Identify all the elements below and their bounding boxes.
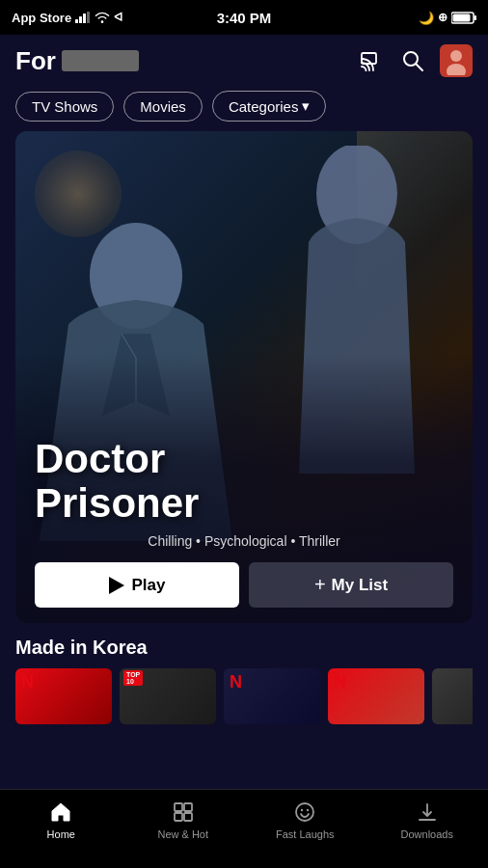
status-bar: App Store ᐊ 3:40 PM 🌙 ⊕ <box>0 0 488 35</box>
play-icon <box>109 577 124 594</box>
svg-rect-0 <box>75 19 78 23</box>
list-item[interactable]: N <box>224 668 320 724</box>
svg-marker-14 <box>109 577 124 594</box>
nav-downloads-label: Downloads <box>401 828 453 840</box>
svg-rect-2 <box>83 14 86 23</box>
bottom-nav: Home New & Hot Fast Laughs <box>0 789 488 868</box>
hero-content: DoctorPrisoner Chilling • Psychological … <box>15 437 473 623</box>
svg-rect-6 <box>453 14 471 21</box>
netflix-logo: N <box>334 672 346 692</box>
nav-home-label: Home <box>47 828 75 840</box>
moon-icon: 🌙 <box>419 11 434 25</box>
made-in-korea-section: Made in Korea N TOP10 N N <box>0 623 488 724</box>
list-item[interactable]: N <box>15 668 112 724</box>
header-icons <box>359 44 473 77</box>
search-button[interactable] <box>399 47 426 74</box>
list-item[interactable] <box>432 668 473 724</box>
svg-rect-15 <box>175 803 182 811</box>
avatar-button[interactable] <box>440 44 473 77</box>
wifi-icon <box>95 12 110 23</box>
home-icon <box>48 800 73 825</box>
header: For <box>0 35 488 85</box>
nav-downloads[interactable]: Downloads <box>366 798 489 840</box>
avatar-icon <box>442 46 471 75</box>
signal-icon <box>75 12 91 23</box>
my-list-button[interactable]: + My List <box>249 562 453 608</box>
svg-rect-3 <box>87 12 90 23</box>
svg-point-10 <box>450 50 462 62</box>
cast-icon <box>361 50 384 71</box>
svg-point-20 <box>301 809 303 811</box>
hero-genres: Chilling • Psychological • Thriller <box>35 533 453 549</box>
filter-categories[interactable]: Categories ▾ <box>212 91 327 122</box>
svg-point-21 <box>307 809 309 811</box>
nav-new-hot[interactable]: New & Hot <box>122 798 245 840</box>
downloads-icon <box>415 800 440 825</box>
nav-home[interactable]: Home <box>0 798 122 840</box>
sync-icon: ⊕ <box>438 11 447 24</box>
plus-icon: + <box>314 574 326 596</box>
play-button[interactable]: Play <box>35 562 239 608</box>
cast-button[interactable] <box>359 47 386 74</box>
svg-rect-16 <box>184 803 192 811</box>
hero-card: DoctorPrisoner Chilling • Psychological … <box>15 131 473 623</box>
status-right: 🌙 ⊕ <box>419 11 476 25</box>
svg-point-19 <box>296 803 313 821</box>
status-left: App Store ᐊ <box>12 11 122 25</box>
thumbnails-row: N TOP10 N N <box>15 668 473 724</box>
list-item[interactable]: N <box>328 668 424 724</box>
carrier-label: App Store <box>12 11 71 25</box>
netflix-logo: N <box>230 672 242 692</box>
header-title-group: For <box>15 46 139 76</box>
svg-rect-17 <box>175 813 182 821</box>
fast-laughs-icon <box>292 800 317 825</box>
section-title: Made in Korea <box>15 637 473 659</box>
hero-title: DoctorPrisoner <box>35 437 453 526</box>
chevron-down-icon: ▾ <box>302 97 310 115</box>
filter-tv-shows[interactable]: TV Shows <box>15 92 114 122</box>
search-icon <box>401 49 424 72</box>
netflix-logo: N <box>21 672 34 692</box>
svg-rect-1 <box>79 16 82 23</box>
time-display: 3:40 PM <box>217 10 272 26</box>
svg-rect-18 <box>184 813 192 821</box>
nav-fast-laughs-label: Fast Laughs <box>276 828 335 840</box>
svg-rect-5 <box>474 15 477 20</box>
nav-new-hot-label: New & Hot <box>157 828 208 840</box>
new-hot-icon <box>171 800 196 825</box>
list-item[interactable]: TOP10 <box>120 668 216 724</box>
username-block <box>62 50 139 71</box>
nav-fast-laughs[interactable]: Fast Laughs <box>244 798 366 840</box>
hero-buttons: Play + My List <box>35 562 453 608</box>
page-title: For <box>15 46 56 76</box>
battery-icon <box>451 12 476 24</box>
top10-badge: TOP10 <box>123 670 143 686</box>
filter-movies[interactable]: Movies <box>123 92 203 122</box>
filter-row: TV Shows Movies Categories ▾ <box>0 85 488 131</box>
extra-icon: ᐊ <box>114 11 122 24</box>
